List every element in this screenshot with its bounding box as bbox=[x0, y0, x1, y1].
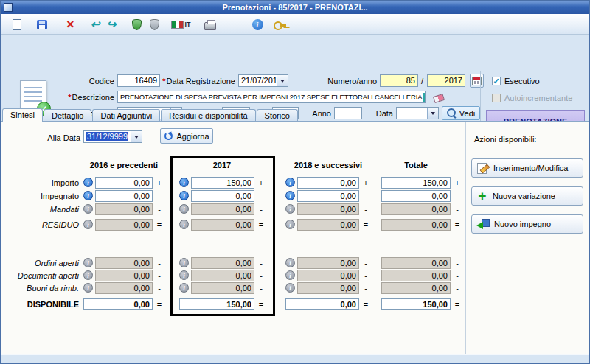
anno-field[interactable]: 2017 bbox=[427, 74, 465, 87]
note-icon[interactable]: i bbox=[83, 220, 93, 229]
note-icon[interactable]: i bbox=[83, 258, 93, 267]
column-header-2016: 2016 e precedenti bbox=[79, 161, 169, 169]
anno-atto-label: Anno bbox=[302, 109, 331, 119]
note-icon[interactable]: i bbox=[285, 220, 295, 229]
info-icon[interactable] bbox=[249, 16, 266, 32]
note-icon[interactable]: i bbox=[83, 270, 93, 280]
new-document-icon[interactable] bbox=[8, 16, 26, 32]
calendar-stamp-button[interactable] bbox=[470, 74, 484, 88]
refresh-icon bbox=[164, 131, 173, 141]
nuovo-impegno-button[interactable]: Nuovo impegno bbox=[471, 214, 583, 234]
operator-label: - bbox=[156, 271, 163, 280]
operator-label: - bbox=[362, 259, 369, 267]
tab-storico[interactable]: Storico bbox=[257, 109, 298, 122]
nuova-variazione-button[interactable]: Nuova variazione bbox=[471, 186, 583, 206]
autoincrementante-checkbox[interactable]: Autoincrementante bbox=[492, 94, 572, 102]
esecutivo-label: Esecutivo bbox=[504, 77, 540, 85]
amount-field-importo-col1[interactable]: 150,00 bbox=[191, 177, 254, 189]
tab-dati-aggiuntivi[interactable]: Dati Aggiuntivi bbox=[92, 109, 160, 122]
esecutivo-checkbox[interactable]: Esecutivo bbox=[492, 77, 540, 85]
info-icon[interactable]: i bbox=[179, 178, 189, 187]
operator-label: - bbox=[156, 205, 163, 214]
undo-icon[interactable] bbox=[86, 16, 104, 32]
note-icon[interactable]: i bbox=[179, 204, 189, 214]
operator-label: = bbox=[156, 300, 163, 309]
tab-residui-e-disponibilita[interactable]: Residui e disponibilità bbox=[161, 109, 255, 122]
amount-field-disponibile-col0[interactable]: 0,00 bbox=[83, 298, 153, 310]
shield-gray-icon[interactable] bbox=[145, 16, 163, 32]
amount-field-impegnato-col0[interactable]: 0,00 bbox=[95, 190, 153, 202]
note-icon[interactable]: i bbox=[179, 270, 189, 280]
redo-icon[interactable] bbox=[103, 16, 120, 32]
aggiorna-button[interactable]: Aggiorna bbox=[160, 128, 213, 144]
chevron-down-icon[interactable] bbox=[427, 108, 438, 119]
data-atto-field[interactable] bbox=[396, 107, 439, 119]
codice-field[interactable]: 16409 bbox=[117, 74, 160, 87]
amount-field-ordini-aperti-col0: 0,00 bbox=[95, 257, 153, 269]
note-icon[interactable]: i bbox=[179, 258, 189, 267]
window-title: Prenotazioni - 85/2017 - PRENOTAZI... bbox=[222, 3, 367, 12]
info-icon[interactable]: i bbox=[285, 178, 295, 187]
italian-flag-icon[interactable]: IT bbox=[167, 16, 194, 32]
shield-green-icon[interactable] bbox=[128, 16, 145, 32]
inserimento-modifica-button[interactable]: Inserimento/Modifica bbox=[471, 158, 583, 178]
note-icon[interactable]: i bbox=[179, 283, 189, 293]
amount-field-mandati-col3: 0,00 bbox=[381, 203, 451, 215]
data-registrazione-field[interactable]: 21/07/2017 bbox=[238, 74, 288, 87]
printer-icon[interactable] bbox=[201, 16, 219, 32]
selected-date: 31/12/9999 bbox=[86, 132, 128, 141]
alla-data-field[interactable]: 31/12/9999 bbox=[83, 130, 142, 143]
note-icon[interactable]: i bbox=[285, 270, 295, 280]
info-icon[interactable]: i bbox=[285, 191, 295, 200]
selection-block bbox=[423, 93, 426, 102]
note-icon[interactable]: i bbox=[285, 204, 295, 214]
amount-field-impegnato-col3[interactable]: 0,00 bbox=[381, 190, 451, 202]
operator-label: - bbox=[257, 192, 265, 200]
amount-field-disponibile-col3[interactable]: 150,00 bbox=[381, 298, 451, 310]
edit-icon bbox=[476, 162, 489, 174]
amount-field-mandati-col2: 0,00 bbox=[297, 203, 359, 215]
numero-field[interactable]: 85 bbox=[380, 74, 418, 87]
save-icon[interactable] bbox=[33, 16, 51, 32]
amount-field-residuo-col1: 0,00 bbox=[191, 219, 254, 231]
column-header-totale: Totale bbox=[379, 161, 453, 169]
row-label-mandati: Mandati bbox=[1, 203, 79, 214]
chevron-down-icon[interactable] bbox=[131, 131, 142, 142]
keys-icon[interactable] bbox=[271, 16, 288, 32]
eraser-icon[interactable] bbox=[430, 90, 448, 106]
note-icon[interactable]: i bbox=[285, 258, 295, 267]
row-label-disponibile: DISPONIBILE bbox=[1, 298, 79, 309]
chevron-down-icon[interactable] bbox=[277, 75, 288, 86]
amount-field-documenti-aperti-col1: 0,00 bbox=[191, 270, 254, 281]
anno-atto-field[interactable] bbox=[334, 107, 362, 119]
tab-sintesi[interactable]: Sintesi bbox=[2, 108, 43, 122]
sintesi-panel bbox=[1, 121, 589, 354]
arrows-icon bbox=[476, 219, 490, 229]
amount-field-ordini-aperti-col3: 0,00 bbox=[381, 257, 451, 269]
info-icon[interactable]: i bbox=[83, 178, 93, 187]
amount-field-disponibile-col1[interactable]: 150,00 bbox=[179, 298, 254, 310]
amount-field-impegnato-col1[interactable]: 0,00 bbox=[191, 190, 254, 202]
amount-field-impegnato-col2[interactable]: 0,00 bbox=[297, 190, 359, 202]
note-icon[interactable]: i bbox=[179, 220, 189, 229]
delete-icon[interactable] bbox=[61, 16, 79, 32]
vedi-button[interactable]: Vedi bbox=[442, 106, 480, 120]
tab-dettaglio[interactable]: Dettaglio bbox=[44, 109, 91, 122]
amount-field-disponibile-col2[interactable]: 0,00 bbox=[285, 298, 359, 310]
descrizione-field[interactable]: PRENOTAZIONE DI SPESA PREVISTA PER IMPEG… bbox=[117, 91, 426, 103]
note-icon[interactable]: i bbox=[83, 283, 93, 293]
operator-label: = bbox=[454, 220, 461, 229]
note-icon[interactable]: i bbox=[285, 283, 295, 293]
info-icon[interactable]: i bbox=[83, 191, 93, 200]
checkbox-box bbox=[492, 94, 501, 102]
numero-anno-label: Numero/anno bbox=[313, 77, 377, 86]
operator-label: - bbox=[257, 259, 265, 267]
amount-field-importo-col0[interactable]: 0,00 bbox=[95, 177, 153, 189]
info-icon[interactable]: i bbox=[179, 191, 189, 200]
row-label-residuo: RESIDUO bbox=[1, 219, 79, 229]
amount-field-importo-col3[interactable]: 150,00 bbox=[381, 177, 451, 189]
note-icon[interactable]: i bbox=[83, 204, 93, 214]
data-atto-label: Data bbox=[365, 109, 393, 119]
operator-label: - bbox=[257, 205, 265, 214]
amount-field-importo-col2[interactable]: 0,00 bbox=[297, 177, 359, 189]
